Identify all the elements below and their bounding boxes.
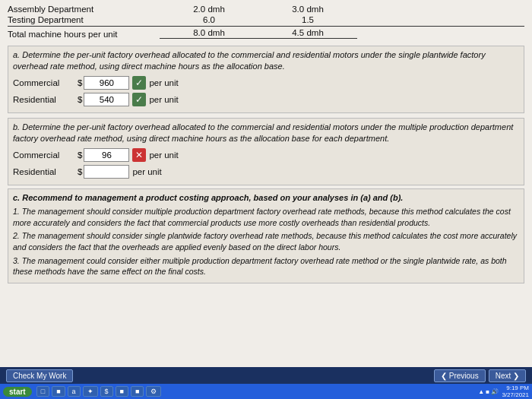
commercial-input-a[interactable] [84,76,129,90]
section-a-question: a. Determine the per-unit factory overhe… [13,49,519,73]
nav-bar: Check My Work ❮ Previous Next ❯ [0,367,532,384]
section-c-point-2: 2. The management should consider single… [13,230,519,252]
start-button[interactable]: start [3,387,32,397]
taskbar-date: 3/27/2021 [502,391,529,398]
main-screen: Assembly Department 2.0 dmh 3.0 dmh Test… [0,0,532,384]
nav-buttons: ❮ Previous Next ❯ [434,369,526,382]
per-unit-label-b2: per unit [132,167,161,176]
residential-input-b[interactable] [84,165,129,179]
dollar-sign-2: $ [78,95,82,104]
table-row: Assembly Department 2.0 dmh 3.0 dmh [8,5,524,14]
testing-val2: 1.5 [258,15,357,24]
residential-label-b: Residential [13,167,78,176]
taskbar-items: □ ■ a ✦ $ ■ ■ ⚙ [36,386,162,397]
check-my-work-button[interactable]: Check My Work [6,369,73,382]
per-unit-label-a1: per unit [149,78,178,87]
windows-taskbar: start □ ■ a ✦ $ ■ ■ ⚙ ▲ ■ 🔊 9:19 PM 3/27… [0,384,532,399]
check-icon-residential: ✓ [132,93,146,106]
testing-val1: 6.0 [160,15,258,24]
assembly-val1: 2.0 dmh [160,5,258,14]
taskbar-icons-area: ▲ ■ 🔊 [478,388,499,395]
assembly-label: Assembly Department [8,5,160,14]
commercial-label-b: Commercial [13,150,78,160]
taskbar-time: 9:19 PM [502,385,529,391]
taskbar-item-8[interactable]: ⚙ [146,386,161,397]
dollar-sign-1: $ [78,78,82,87]
taskbar-item-2[interactable]: ■ [52,386,65,397]
table-row: Total machine hours per unit 8.0 dmh 4.5… [8,26,524,40]
per-unit-label-a2: per unit [149,95,178,104]
taskbar-item-4[interactable]: ✦ [83,386,98,397]
taskbar-item-1[interactable]: □ [36,386,49,397]
section-b-block: b. Determine the per-unit factory overhe… [8,118,524,185]
taskbar-item-6[interactable]: ■ [116,386,128,397]
section-c-point-1: 1. The management should consider multip… [13,206,519,228]
section-a-block: a. Determine the per-unit factory overhe… [8,46,524,113]
residential-answer-row-b: Residential $ per unit [13,165,519,179]
commercial-answer-row-b: Commercial $ ✕ per unit [13,148,519,162]
testing-label: Testing Department [8,15,160,24]
dollar-sign-4: $ [78,167,82,176]
x-icon-commercial: ✕ [132,148,146,162]
section-c-label: c. Recommend to management a product cos… [13,192,519,204]
section-b-question: b. Determine the per-unit factory overhe… [13,122,519,145]
table-row: Testing Department 6.0 1.5 [8,15,524,24]
total-label: Total machine hours per unit [8,30,160,39]
residential-label-a: Residential [13,95,78,104]
commercial-label-a: Commercial [13,78,78,87]
per-unit-label-b1: per unit [149,150,178,160]
section-c-block: c. Recommend to management a product cos… [8,188,524,284]
taskbar-right-area: ▲ ■ 🔊 9:19 PM 3/27/2021 [478,385,529,398]
residential-answer-row: Residential $ ✓ per unit [13,93,519,106]
assembly-val2: 3.0 dmh [258,5,357,14]
section-c-point-3: 3. The management could consider either … [13,255,519,277]
taskbar-item-5[interactable]: $ [100,386,113,397]
machine-hours-table: Assembly Department 2.0 dmh 3.0 dmh Test… [8,5,524,40]
total-val2: 4.5 dmh [258,28,357,39]
dollar-sign-3: $ [78,150,82,160]
taskbar-clock: 9:19 PM 3/27/2021 [502,385,529,398]
check-icon-commercial: ✓ [132,76,146,90]
commercial-input-b[interactable] [84,148,129,162]
taskbar-item-7[interactable]: ■ [131,386,144,397]
total-val1: 8.0 dmh [160,28,258,39]
previous-button[interactable]: ❮ Previous [434,369,486,382]
residential-input-a[interactable] [84,93,129,106]
taskbar-item-3[interactable]: a [68,386,81,397]
next-button[interactable]: Next ❯ [489,369,526,382]
commercial-answer-row: Commercial $ ✓ per unit [13,76,519,90]
content-area: Assembly Department 2.0 dmh 3.0 dmh Test… [0,0,532,288]
